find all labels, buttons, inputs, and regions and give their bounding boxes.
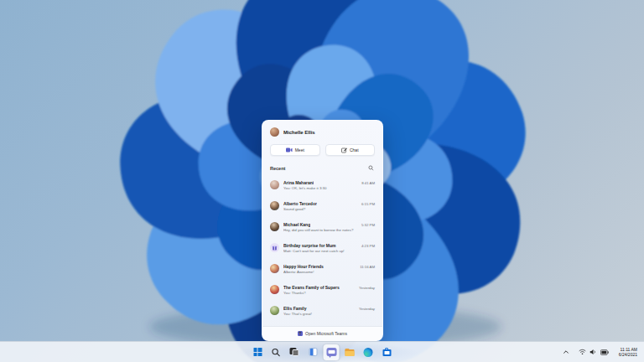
conversation-name: Michael Kang — [283, 222, 310, 227]
teams-chat-flyout: Michelle Ellis Meet Chat Recent — [262, 120, 383, 341]
edge-icon[interactable] — [361, 344, 377, 360]
search-icon[interactable] — [367, 164, 375, 172]
meet-button-label: Meet — [295, 147, 304, 153]
store-icon[interactable] — [379, 344, 395, 360]
avatar-alberto — [270, 201, 279, 210]
taskbar: 11:11 AM 6/24/2021 — [0, 341, 644, 362]
clock-date: 6/24/2021 — [619, 352, 637, 357]
conversation-list: Arina Maharani 8:41 AM You: OK, let's ma… — [262, 174, 382, 326]
conversation-row-birthday-group[interactable]: Birthday surprise for Mum 4:23 PM Matt: … — [262, 237, 382, 258]
video-camera-icon — [286, 147, 293, 153]
conversation-row-alberto[interactable]: Alberto Tercedor 6:15 PM Sound good? — [262, 195, 382, 216]
conversation-preview: You: That's great! — [283, 312, 375, 316]
start-icon[interactable] — [250, 344, 266, 360]
wifi-icon — [579, 349, 586, 355]
volume-icon — [589, 349, 597, 355]
file-explorer-icon[interactable] — [342, 344, 358, 360]
user-avatar[interactable] — [270, 127, 279, 137]
avatar-happy-hour — [270, 264, 279, 273]
avatar-arina — [270, 180, 279, 189]
conversation-time: 6:15 PM — [361, 202, 375, 206]
conversation-time: Yesterday — [359, 286, 375, 290]
chat-panel-header: Michelle Ellis — [262, 121, 382, 141]
conversation-row-evans-family[interactable]: The Evans Family of Supers Yesterday You… — [262, 279, 382, 300]
conversation-time: 11:16 AM — [360, 265, 375, 269]
conversation-preview: Sound good? — [283, 207, 375, 211]
teams-icon: T — [298, 331, 303, 336]
recent-header: Recent — [262, 161, 382, 174]
conversation-name: Happy Hour Friends — [283, 264, 324, 269]
conversation-name: The Evans Family of Supers — [283, 285, 340, 290]
search-taskbar-icon[interactable] — [268, 344, 284, 360]
system-tray: 11:11 AM 6/24/2021 — [560, 342, 641, 362]
user-name: Michelle Ellis — [283, 130, 315, 135]
conversation-time: 4:23 PM — [361, 244, 375, 248]
compose-icon — [341, 147, 347, 153]
avatar-evans-family — [270, 285, 279, 294]
chat-button-label: Chat — [350, 147, 359, 153]
chat-button[interactable]: Chat — [325, 144, 376, 156]
chevron-up-icon — [563, 349, 569, 355]
conversation-time: Yesterday — [359, 307, 375, 311]
avatar-ellis-family — [270, 306, 279, 315]
avatar-michael — [270, 222, 279, 231]
meet-button[interactable]: Meet — [270, 144, 320, 156]
conversation-name: Birthday surprise for Mum — [283, 243, 336, 248]
clock[interactable]: 11:11 AM 6/24/2021 — [615, 345, 641, 359]
conversation-time: 5:32 PM — [361, 223, 375, 227]
conversation-name: Ellis Family — [283, 306, 307, 311]
taskbar-center-icons — [250, 344, 395, 360]
tray-overflow-button[interactable] — [560, 347, 572, 357]
chat-taskbar-icon[interactable] — [324, 344, 340, 360]
conversation-name: Arina Maharani — [283, 180, 314, 185]
battery-icon — [600, 349, 609, 355]
conversation-row-michael[interactable]: Michael Kang 5:32 PM Hey, did you still … — [262, 216, 382, 237]
open-teams-link[interactable]: T Open Microsoft Teams — [262, 326, 382, 340]
gift-icon — [270, 243, 279, 252]
conversation-row-arina[interactable]: Arina Maharani 8:41 AM You: OK, let's ma… — [262, 174, 382, 195]
recent-label: Recent — [270, 166, 285, 171]
conversation-preview: Matt: Can't wait for our next catch up! — [283, 249, 375, 253]
tray-status-icons[interactable] — [576, 347, 611, 357]
action-buttons-row: Meet Chat — [262, 141, 382, 161]
widgets-icon[interactable] — [305, 344, 321, 360]
conversation-preview: Alberto: Awesome! — [283, 270, 375, 274]
conversation-row-happy-hour[interactable]: Happy Hour Friends 11:16 AM Alberto: Awe… — [262, 258, 382, 279]
conversation-preview: You: Thanks!! — [283, 291, 375, 295]
task-view-icon[interactable] — [287, 344, 303, 360]
conversation-preview: You: OK, let's make it 3:30 — [283, 186, 375, 190]
open-teams-label: Open Microsoft Teams — [305, 331, 347, 336]
conversation-row-ellis-family[interactable]: Ellis Family Yesterday You: That's great… — [262, 300, 382, 321]
conversation-preview: Hey, did you still want to borrow the no… — [283, 228, 375, 232]
conversation-time: 8:41 AM — [361, 181, 375, 185]
conversation-name: Alberto Tercedor — [283, 201, 317, 206]
